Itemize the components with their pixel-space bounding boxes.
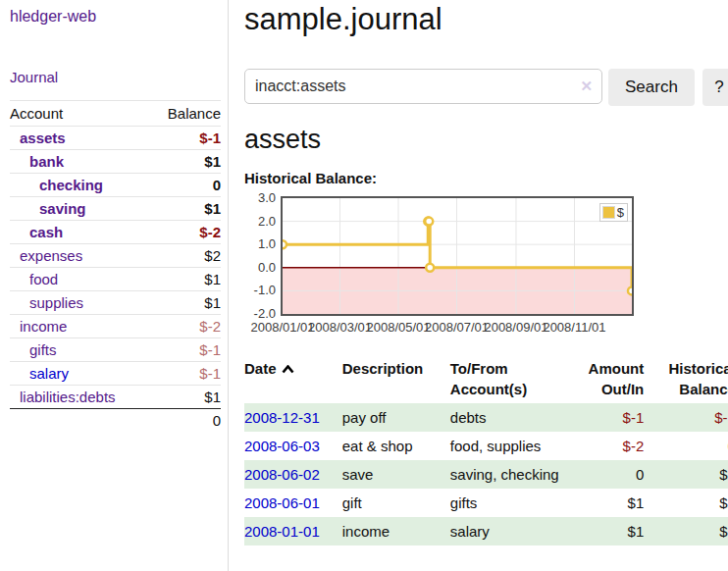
account-balance: $-1 — [150, 338, 221, 362]
account-balance: $2 — [150, 244, 221, 268]
account-row: food$1 — [10, 268, 221, 291]
transaction-accounts: debts — [450, 403, 563, 432]
transaction-amount: $-2 — [563, 432, 644, 460]
transactions-header-row: Date Description To/From Account(s) Amou… — [244, 356, 728, 403]
sidebar-account-link[interactable]: expenses — [20, 247, 82, 264]
transaction-balance: 0 — [644, 432, 728, 460]
transaction-date-link[interactable]: 2008-06-03 — [244, 438, 320, 454]
x-axis-tick-label: 2008/07/01 — [425, 320, 489, 335]
account-row: expenses$2 — [10, 244, 221, 268]
account-row: gifts$-1 — [10, 338, 221, 362]
y-axis-tick-label: 0.0 — [242, 260, 276, 275]
account-row: salary$-1 — [10, 362, 221, 386]
account-table-header: Account Balance — [10, 101, 221, 127]
account-row: cash$-2 — [10, 221, 221, 244]
account-total-spacer — [10, 409, 150, 433]
sidebar-account-link[interactable]: saving — [39, 200, 86, 217]
transaction-accounts: gifts — [450, 489, 563, 517]
date-column-label: Date — [244, 358, 277, 379]
historical-balance-chart: $ 3.02.01.00.0-1.0-2.0 2008/01/012008/03… — [281, 196, 634, 339]
app-brand-link[interactable]: hledger-web — [10, 8, 96, 26]
transaction-description: income — [342, 517, 450, 545]
search-input[interactable] — [244, 69, 602, 104]
legend-swatch-icon — [602, 206, 615, 219]
transaction-description: pay off — [342, 403, 450, 432]
transaction-row: 2008-12-31pay offdebts$-1$-1 — [244, 403, 728, 432]
transaction-row: 2008-06-01giftgifts$1$2 — [244, 489, 728, 517]
balance-column-header: Balance — [150, 101, 221, 127]
account-balance: $1 — [150, 291, 221, 315]
account-balance: $1 — [150, 150, 221, 174]
chart-legend: $ — [599, 203, 628, 222]
search-bar: ✕ Search ? — [244, 69, 728, 106]
sidebar-account-link[interactable]: assets — [20, 130, 66, 146]
x-axis-tick-label: 2008/09/01 — [484, 320, 547, 335]
sidebar-account-link[interactable]: income — [20, 318, 67, 335]
account-balance: $-1 — [150, 362, 221, 386]
transaction-date-link[interactable]: 2008-06-02 — [244, 466, 320, 483]
account-row: saving$1 — [10, 197, 221, 221]
transaction-accounts: saving, checking — [450, 460, 563, 489]
chart-heading: Historical Balance: — [244, 170, 728, 186]
account-row: income$-2 — [10, 315, 221, 338]
x-axis-tick-label: 2008/05/01 — [366, 320, 430, 335]
y-axis-tick-label: 3.0 — [242, 190, 276, 205]
transaction-description: gift — [342, 489, 450, 517]
x-axis-tick-label: 2008/01/01 — [250, 320, 314, 335]
description-column-header: Description — [342, 356, 450, 403]
x-axis-tick-label: 2008/03/01 — [308, 320, 372, 335]
sidebar-account-link[interactable]: bank — [29, 153, 64, 170]
search-input-wrap: ✕ — [244, 69, 602, 106]
transaction-row: 2008-06-02savesaving, checking0$2 — [244, 460, 728, 489]
transactions-table: Date Description To/From Account(s) Amou… — [244, 356, 728, 545]
transaction-amount: $-1 — [563, 403, 644, 432]
account-balance: 0 — [150, 174, 221, 197]
account-balance: $1 — [150, 386, 221, 409]
transaction-date-link[interactable]: 2008-06-01 — [244, 494, 320, 511]
balance-column-header-main: Historical Balance — [644, 356, 728, 403]
sidebar-account-link[interactable]: liabilities:debts — [20, 389, 116, 405]
transaction-row: 2008-01-01incomesalary$1$1 — [244, 517, 728, 545]
transaction-date-link[interactable]: 2008-12-31 — [244, 409, 320, 426]
account-balance: $1 — [150, 268, 221, 291]
sidebar: hledger-web Journal Account Balance asse… — [0, 0, 229, 571]
sort-ascending-icon — [282, 365, 294, 374]
transaction-date-link[interactable]: 2008-01-01 — [244, 523, 320, 540]
page-title: sample.journal — [244, 2, 728, 37]
x-axis-tick-label: 2008/11/01 — [543, 320, 605, 335]
y-axis-tick-label: 2.0 — [242, 214, 276, 229]
legend-label: $ — [617, 205, 624, 220]
amount-column-header: Amount Out/In — [563, 356, 644, 403]
transaction-balance: $1 — [644, 517, 728, 545]
transaction-balance: $-1 — [644, 403, 728, 432]
account-total-value: 0 — [150, 409, 221, 433]
app-layout: hledger-web Journal Account Balance asse… — [0, 0, 728, 571]
sidebar-account-link[interactable]: checking — [39, 177, 103, 193]
transaction-balance: $2 — [644, 460, 728, 489]
transaction-row: 2008-06-03eat & shopfood, supplies$-20 — [244, 432, 728, 460]
transaction-accounts: salary — [450, 517, 563, 545]
help-button[interactable]: ? — [702, 69, 728, 106]
transaction-amount: $1 — [563, 489, 644, 517]
sidebar-account-link[interactable]: supplies — [29, 294, 83, 311]
sidebar-item-journal[interactable]: Journal — [10, 69, 58, 85]
sidebar-account-table: Account Balance assets$-1bank$1checking0… — [10, 100, 221, 432]
date-column-header[interactable]: Date — [244, 356, 342, 403]
y-axis-tick-label: -2.0 — [242, 306, 276, 321]
sidebar-account-link[interactable]: cash — [29, 224, 63, 240]
search-button[interactable]: Search — [608, 69, 695, 106]
transaction-description: eat & shop — [342, 432, 450, 460]
clear-search-icon[interactable]: ✕ — [580, 77, 593, 96]
account-balance: $-2 — [150, 221, 221, 244]
account-row: bank$1 — [10, 150, 221, 174]
sidebar-account-link[interactable]: salary — [29, 365, 69, 382]
sidebar-account-link[interactable]: gifts — [29, 341, 57, 358]
main-content: sample.journal ✕ Search ? assets Histori… — [229, 0, 728, 571]
account-row: assets$-1 — [10, 127, 221, 150]
transaction-accounts: food, supplies — [450, 432, 563, 460]
account-balance: $-2 — [150, 315, 221, 338]
sidebar-account-link[interactable]: food — [29, 271, 58, 287]
chart-plot-area: $ — [281, 196, 634, 316]
y-axis-tick-label: 1.0 — [242, 236, 276, 251]
account-row: checking0 — [10, 174, 221, 197]
